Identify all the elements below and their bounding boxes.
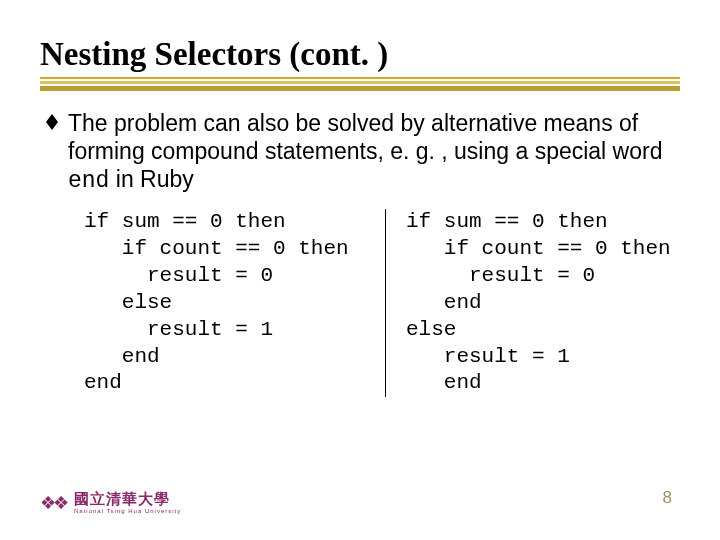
bullet-item: The problem can also be solved by altern… xyxy=(40,109,680,195)
inline-code-end: end xyxy=(68,168,109,194)
page-number: 8 xyxy=(663,488,672,508)
bullet-text-pre: The problem can also be solved by altern… xyxy=(68,110,662,164)
logo-english: National Tsing Hua University xyxy=(74,508,181,514)
svg-marker-0 xyxy=(46,114,58,130)
title-underline xyxy=(40,77,680,91)
bullet-text: The problem can also be solved by altern… xyxy=(68,109,680,195)
bullet-text-post: in Ruby xyxy=(109,166,193,192)
logo-icon: ❖❖ xyxy=(40,492,66,514)
university-logo: ❖❖ 國立清華大學 National Tsing Hua University xyxy=(40,491,181,514)
code-block-left: if sum == 0 then if count == 0 then resu… xyxy=(84,209,386,397)
code-block-right: if sum == 0 then if count == 0 then resu… xyxy=(386,209,671,397)
diamond-bullet-icon xyxy=(46,113,58,136)
logo-chinese: 國立清華大學 xyxy=(74,491,181,506)
slide-title: Nesting Selectors (cont. ) xyxy=(40,36,680,73)
logo-text: 國立清華大學 National Tsing Hua University xyxy=(74,491,181,514)
code-columns: if sum == 0 then if count == 0 then resu… xyxy=(84,209,680,397)
slide: Nesting Selectors (cont. ) The problem c… xyxy=(0,0,720,540)
